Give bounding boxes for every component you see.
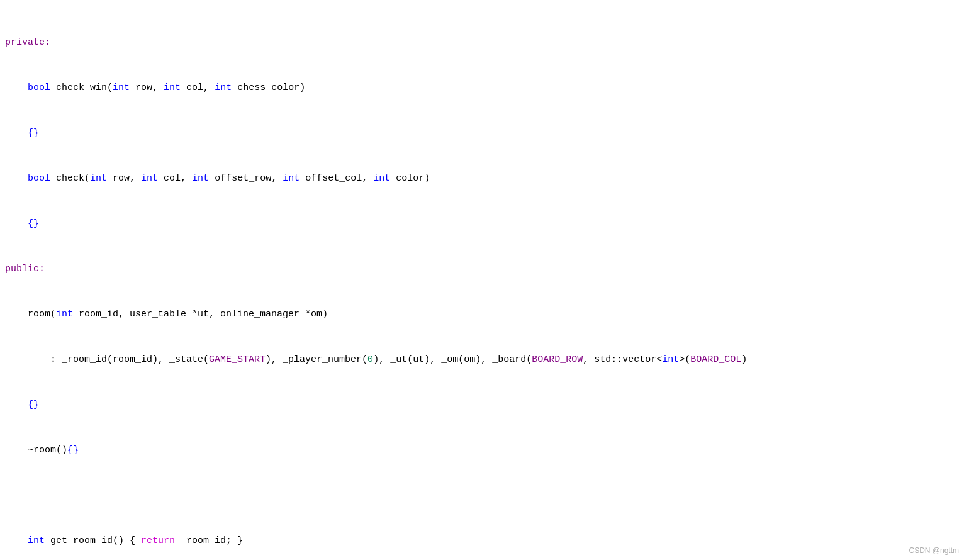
line-constructor: room(int room_id, user_table *ut, online…: [5, 307, 959, 322]
line-private: private:: [5, 35, 959, 50]
code-block: private: bool check_win(int row, int col…: [0, 0, 969, 560]
line-get-room-id: int get_room_id() { return _room_id; }: [5, 534, 959, 549]
line-brace3: {}: [5, 398, 959, 413]
line-check: bool check(int row, int col, int offset_…: [5, 171, 959, 186]
line-brace2: {}: [5, 216, 959, 232]
line-empty1: [5, 488, 959, 503]
code-container: private: bool check_win(int row, int col…: [0, 0, 969, 560]
line-check-win: bool check_win(int row, int col, int che…: [5, 81, 959, 96]
watermark: CSDN @ngttm: [909, 546, 959, 555]
line-public: public:: [5, 262, 959, 277]
line-init-list: : _room_id(room_id), _state(GAME_START),…: [5, 352, 959, 367]
line-brace1: {}: [5, 126, 959, 141]
line-destructor: ~room(){}: [5, 443, 959, 458]
